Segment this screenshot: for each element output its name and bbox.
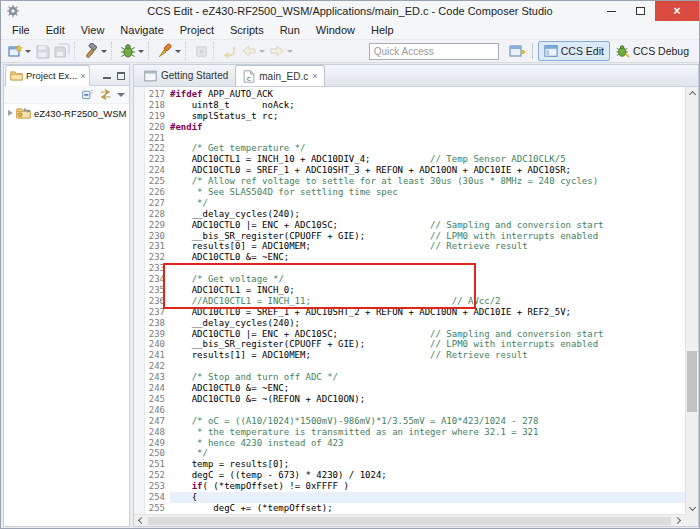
open-perspective-button[interactable] bbox=[507, 42, 527, 60]
menu-run[interactable]: Run bbox=[272, 23, 308, 37]
menu-help[interactable]: Help bbox=[363, 23, 402, 37]
collapse-all-icon[interactable] bbox=[81, 88, 94, 101]
menu-view[interactable]: View bbox=[73, 23, 113, 37]
link-with-editor-icon[interactable] bbox=[99, 88, 112, 101]
code-line-252[interactable]: degC = ((temp - 673) * 4230) / 1024; bbox=[170, 470, 685, 481]
toolbar-separator bbox=[74, 42, 78, 60]
maximize-button[interactable] bbox=[626, 1, 655, 21]
code-line-250[interactable]: */ bbox=[170, 448, 685, 459]
code-line-230[interactable]: __bis_SR_register(CPUOFF + GIE); // LPM0… bbox=[170, 231, 685, 242]
horizontal-scrollbar[interactable] bbox=[134, 514, 685, 526]
code-line-218[interactable]: uint8_t noAck; bbox=[170, 100, 685, 111]
line-number: 223 bbox=[145, 154, 165, 165]
code-line-226[interactable]: * See SLAS504D for settling time spec bbox=[170, 187, 685, 198]
last-edit-location-button[interactable] bbox=[220, 43, 239, 60]
title-bar: CCS Edit - eZ430-RF2500_WSM/Applications… bbox=[1, 1, 699, 21]
perspective-label: CCS Edit bbox=[561, 45, 604, 57]
code-line-224[interactable]: ADC10CTL0 = SREF_1 + ADC10SHT_3 + REFON … bbox=[170, 165, 685, 176]
line-number: 222 bbox=[145, 143, 165, 154]
menu-file[interactable]: File bbox=[4, 23, 38, 37]
code-line-249[interactable]: * hence 4230 instead of 423 bbox=[170, 438, 685, 449]
debug-button[interactable] bbox=[118, 42, 146, 60]
save-button[interactable] bbox=[33, 43, 52, 60]
code-line-228[interactable]: __delay_cycles(240); bbox=[170, 209, 685, 220]
close-button[interactable]: × bbox=[655, 1, 699, 21]
debug-bug-icon bbox=[120, 43, 136, 59]
annotation-ruler[interactable] bbox=[134, 87, 145, 514]
code-line-223[interactable]: ADC10CTL1 = INCH_10 + ADC10DIV_4; // Tem… bbox=[170, 154, 685, 165]
tree-item-project[interactable]: eZ430-RF2500_WSM bbox=[4, 104, 129, 119]
chevron-down-icon bbox=[138, 50, 144, 53]
scroll-left-icon[interactable] bbox=[134, 515, 147, 526]
line-number: 254 bbox=[145, 492, 165, 503]
minimize-view-icon[interactable] bbox=[103, 70, 111, 80]
code-line-254[interactable]: { bbox=[170, 492, 685, 503]
welcome-page-icon bbox=[144, 70, 157, 82]
line-number: 255 bbox=[145, 503, 165, 514]
code-line-222[interactable]: /* Get temperature */ bbox=[170, 143, 685, 154]
menu-navigate[interactable]: Navigate bbox=[112, 23, 171, 37]
code-line-231[interactable]: results[0] = ADC10MEM; // Retrieve resul… bbox=[170, 241, 685, 252]
code-line-241[interactable]: results[1] = ADC10MEM; // Retrieve resul… bbox=[170, 350, 685, 361]
editor-area: Getting Startedcmain_ED.c× 2172182192202… bbox=[133, 64, 699, 527]
line-number: 229 bbox=[145, 220, 165, 231]
code-line-255[interactable]: degC += (*tempOffset); bbox=[170, 503, 685, 514]
flash-button[interactable] bbox=[155, 42, 183, 60]
vertical-scroll-thumb[interactable] bbox=[687, 351, 697, 412]
perspective-ccs-debug[interactable]: CCS Debug bbox=[610, 41, 695, 61]
code-line-229[interactable]: ADC10CTL0 |= ENC + ADC10SC; // Sampling … bbox=[170, 220, 685, 231]
code-line-245[interactable]: ADC10CTL0 &= ~(REFON + ADC10ON); bbox=[170, 394, 685, 405]
menu-edit[interactable]: Edit bbox=[38, 23, 73, 37]
quick-access-input[interactable] bbox=[369, 43, 499, 60]
code-line-227[interactable]: */ bbox=[170, 198, 685, 209]
scroll-right-icon[interactable] bbox=[672, 515, 685, 526]
scroll-up-icon[interactable] bbox=[686, 87, 699, 99]
code-line-225[interactable]: /* Allow ref voltage to settle for at le… bbox=[170, 176, 685, 187]
code-line-246[interactable] bbox=[170, 405, 685, 416]
tab-getting-started[interactable]: Getting Started bbox=[137, 65, 235, 86]
tab-project-explorer[interactable]: Project Ex... × bbox=[5, 65, 90, 86]
minimize-button[interactable] bbox=[597, 1, 626, 21]
project-explorer-header: Project Ex... × bbox=[4, 65, 129, 86]
back-button[interactable] bbox=[239, 43, 267, 59]
scroll-down-icon[interactable] bbox=[686, 502, 699, 514]
close-icon[interactable]: × bbox=[80, 71, 85, 81]
line-number: 252 bbox=[145, 470, 165, 481]
code-line-251[interactable]: temp = results[0]; bbox=[170, 459, 685, 470]
code-line-221[interactable] bbox=[170, 133, 685, 144]
code-line-244[interactable]: ADC10CTL0 &= ~ENC; bbox=[170, 383, 685, 394]
code-line-253[interactable]: if( (*tempOffset) != 0xFFFF ) bbox=[170, 481, 685, 492]
code-line-238[interactable]: __delay_cycles(240); bbox=[170, 318, 685, 329]
tab-main-ed-c[interactable]: cmain_ED.c× bbox=[235, 65, 325, 86]
expander-icon[interactable] bbox=[8, 110, 13, 116]
code-line-220[interactable]: #endif bbox=[170, 122, 685, 133]
target-config-button[interactable] bbox=[192, 43, 211, 60]
code-line-248[interactable]: * the temperature is transmitted as an i… bbox=[170, 427, 685, 438]
code-line-217[interactable]: #ifdef APP_AUTO_ACK bbox=[170, 89, 685, 100]
close-icon[interactable]: × bbox=[312, 71, 317, 81]
vertical-scrollbar[interactable] bbox=[685, 87, 698, 514]
menu-project[interactable]: Project bbox=[172, 23, 222, 37]
code-line-232[interactable]: ADC10CTL0 &= ~ENC; bbox=[170, 252, 685, 263]
project-tree: eZ430-RF2500_WSM bbox=[4, 104, 129, 526]
code-line-243[interactable]: /* Stop and turn off ADC */ bbox=[170, 372, 685, 383]
view-menu-icon[interactable] bbox=[117, 93, 125, 97]
code-line-239[interactable]: ADC10CTL0 |= ENC + ADC10SC; // Sampling … bbox=[170, 329, 685, 340]
maximize-view-icon[interactable] bbox=[117, 70, 125, 80]
build-button[interactable] bbox=[81, 42, 109, 60]
menu-window[interactable]: Window bbox=[308, 23, 363, 37]
menu-scripts[interactable]: Scripts bbox=[222, 23, 272, 37]
new-wizard-button[interactable] bbox=[5, 42, 33, 60]
application-window: CCS Edit - eZ430-RF2500_WSM/Applications… bbox=[0, 0, 700, 529]
project-name: eZ430-RF2500_WSM bbox=[34, 108, 126, 119]
perspective-ccs-edit[interactable]: CCS Edit bbox=[538, 41, 610, 61]
save-all-button[interactable] bbox=[52, 42, 72, 60]
code-line-242[interactable] bbox=[170, 361, 685, 372]
forward-button[interactable] bbox=[267, 43, 295, 59]
code-line-247[interactable]: /* oC = ((A10/1024)*1500mV)-986mV)*1/3.5… bbox=[170, 416, 685, 427]
toolbar-separator bbox=[213, 42, 217, 60]
horizontal-scroll-thumb[interactable] bbox=[148, 517, 671, 525]
code-line-240[interactable]: __bis_SR_register(CPUOFF + GIE); // LPM0… bbox=[170, 339, 685, 350]
code-line-219[interactable]: smplStatus_t rc; bbox=[170, 111, 685, 122]
flash-pen-icon bbox=[157, 43, 173, 59]
